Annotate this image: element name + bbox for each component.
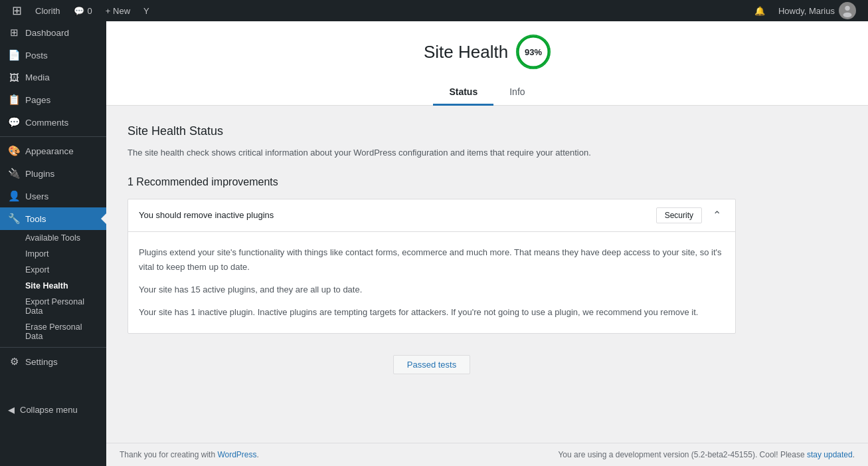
sidebar-label-posts: Posts bbox=[25, 51, 48, 60]
security-badge: Security bbox=[656, 207, 702, 223]
site-name-link[interactable]: Clorith bbox=[29, 0, 67, 21]
site-health-header: Site Health 93% Status Info bbox=[106, 21, 868, 106]
sidebar-label-tools: Tools bbox=[25, 214, 46, 224]
yoast-link[interactable]: Y bbox=[137, 0, 156, 21]
svg-point-1 bbox=[843, 13, 852, 17]
score-value: 93% bbox=[525, 47, 542, 57]
notifications-icon: 🔔 bbox=[754, 6, 765, 16]
footer-left: Thank you for creating with WordPress. bbox=[120, 450, 259, 459]
accordion-item-inactive-plugins: You should remove inactive plugins Secur… bbox=[128, 199, 736, 334]
sidebar-item-appearance[interactable]: 🎨 Appearance bbox=[0, 140, 106, 162]
sidebar-item-comments[interactable]: 💬 Comments bbox=[0, 111, 106, 134]
passed-tests-section: Passed tests bbox=[128, 355, 736, 374]
new-content-link[interactable]: + New bbox=[99, 0, 137, 21]
wp-body-content: Site Health 93% Status Info Site Health bbox=[106, 21, 868, 443]
comment-icon: 💬 bbox=[74, 6, 84, 16]
footer-right-suffix: . bbox=[853, 450, 855, 459]
collapse-menu-item[interactable]: ◀ Collapse menu bbox=[0, 400, 106, 420]
sidebar-label-media: Media bbox=[25, 72, 50, 82]
tools-icon: 🔧 bbox=[8, 213, 20, 225]
sidebar-item-users[interactable]: 👤 Users bbox=[0, 185, 106, 207]
howdy-text: Howdy, Marius bbox=[778, 6, 835, 16]
submenu-erase-personal-data[interactable]: Erase Personal Data bbox=[0, 319, 106, 344]
new-label: + New bbox=[106, 6, 130, 16]
accordion-body: Plugins extend your site's functionality… bbox=[128, 231, 735, 333]
section-title: Site Health Status bbox=[128, 124, 736, 138]
sidebar-label-settings: Settings bbox=[25, 357, 58, 367]
notifications-link[interactable]: 🔔 bbox=[748, 0, 772, 21]
passed-tests-button[interactable]: Passed tests bbox=[393, 355, 470, 374]
comments-icon: 💬 bbox=[8, 116, 20, 128]
comments-link[interactable]: 💬 0 bbox=[67, 0, 99, 21]
active-indicator bbox=[101, 213, 106, 224]
footer-right-text: You are using a development version (5.2… bbox=[558, 450, 806, 459]
site-name: Clorith bbox=[35, 6, 60, 16]
sidebar-label-dashboard: Dashboard bbox=[25, 28, 69, 38]
sidebar-item-tools[interactable]: 🔧 Tools bbox=[0, 207, 106, 230]
accordion-para-2: Your site has 15 active plugins, and the… bbox=[139, 283, 725, 297]
stay-updated-link[interactable]: stay updated bbox=[807, 450, 853, 459]
sidebar-item-plugins[interactable]: 🔌 Plugins bbox=[0, 162, 106, 185]
comment-count: 0 bbox=[88, 6, 92, 16]
page-title: Site Health bbox=[424, 42, 508, 62]
submenu-export-personal-data[interactable]: Export Personal Data bbox=[0, 294, 106, 319]
submenu-site-health[interactable]: Site Health bbox=[0, 278, 106, 294]
footer-right: You are using a development version (5.2… bbox=[558, 450, 855, 459]
chevron-up-icon[interactable]: ⌃ bbox=[709, 207, 725, 223]
section-description: The site health check shows critical inf… bbox=[128, 146, 736, 160]
avatar bbox=[839, 2, 856, 19]
tab-status[interactable]: Status bbox=[433, 80, 493, 106]
sidebar-label-appearance: Appearance bbox=[25, 146, 74, 156]
menu-separator-2 bbox=[0, 347, 106, 348]
settings-icon: ⚙ bbox=[8, 356, 20, 368]
sidebar-label-pages: Pages bbox=[25, 95, 50, 105]
main-body: Site Health Status The site health check… bbox=[106, 106, 757, 388]
sidebar-item-pages[interactable]: 📋 Pages bbox=[0, 88, 106, 111]
submenu-export[interactable]: Export bbox=[0, 262, 106, 278]
svg-point-0 bbox=[845, 6, 849, 11]
wordpress-link[interactable]: WordPress bbox=[217, 450, 256, 459]
accordion-title: You should remove inactive plugins bbox=[139, 210, 274, 220]
yoast-icon: Y bbox=[143, 6, 149, 16]
appearance-icon: 🎨 bbox=[8, 145, 20, 157]
title-row: Site Health 93% bbox=[106, 35, 868, 69]
sidebar-item-media[interactable]: 🖼 Media bbox=[0, 66, 106, 88]
sidebar-item-settings[interactable]: ⚙ Settings bbox=[0, 350, 106, 373]
howdy-user[interactable]: Howdy, Marius bbox=[772, 0, 863, 21]
sidebar-item-dashboard[interactable]: ⊞ Dashboard bbox=[0, 21, 106, 44]
media-icon: 🖼 bbox=[8, 72, 20, 83]
tab-info[interactable]: Info bbox=[493, 80, 541, 106]
sidebar-label-users: Users bbox=[25, 191, 48, 201]
sidebar-label-comments: Comments bbox=[25, 118, 68, 128]
score-circle: 93% bbox=[516, 35, 551, 69]
collapse-icon: ◀ bbox=[8, 405, 15, 415]
pages-icon: 📋 bbox=[8, 94, 20, 106]
posts-icon: 📄 bbox=[8, 49, 20, 61]
tabs: Status Info bbox=[106, 80, 868, 105]
admin-bar: ⊞ Clorith 💬 0 + New Y 🔔 Howdy, Marius bbox=[0, 0, 868, 21]
collapse-label: Collapse menu bbox=[20, 405, 78, 415]
wp-footer: Thank you for creating with WordPress. Y… bbox=[106, 443, 868, 466]
sidebar-item-posts[interactable]: 📄 Posts bbox=[0, 44, 106, 66]
submenu-import[interactable]: Import bbox=[0, 246, 106, 262]
wp-logo-icon: ⊞ bbox=[12, 3, 22, 18]
wp-logo-link[interactable]: ⊞ bbox=[5, 0, 29, 21]
sidebar-label-plugins: Plugins bbox=[25, 169, 54, 179]
improvements-heading: 1 Recommended improvements bbox=[128, 176, 736, 188]
dashboard-icon: ⊞ bbox=[8, 27, 20, 39]
accordion-actions: Security ⌃ bbox=[656, 207, 725, 223]
submenu-available-tools[interactable]: Available Tools bbox=[0, 230, 106, 246]
admin-menu: ⊞ Dashboard 📄 Posts 🖼 Media 📋 Pages 💬 Co… bbox=[0, 21, 106, 466]
accordion-para-3: Your site has 1 inactive plugin. Inactiv… bbox=[139, 305, 725, 320]
accordion-para-1: Plugins extend your site's functionality… bbox=[139, 245, 725, 275]
plugins-icon: 🔌 bbox=[8, 168, 20, 179]
menu-separator-1 bbox=[0, 136, 106, 137]
users-icon: 👤 bbox=[8, 190, 20, 202]
main-content-area: Site Health 93% Status Info Site Health bbox=[106, 21, 868, 466]
footer-left-text: Thank you for creating with bbox=[120, 450, 217, 459]
accordion-header[interactable]: You should remove inactive plugins Secur… bbox=[128, 199, 735, 231]
